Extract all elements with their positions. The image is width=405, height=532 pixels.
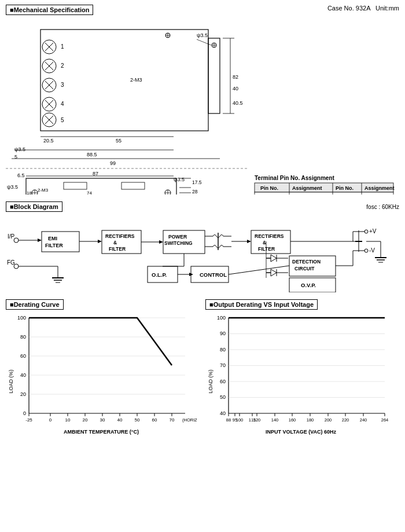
svg-text:Pin No.: Pin No. <box>260 185 278 191</box>
svg-text:ψ3.5: ψ3.5 <box>14 146 25 152</box>
svg-text:FILTER: FILTER <box>258 246 275 252</box>
derating-chart-title: Derating Curve <box>6 299 64 310</box>
svg-text:50: 50 <box>220 394 226 400</box>
svg-text:20: 20 <box>20 391 26 397</box>
svg-text:Pin No.: Pin No. <box>336 185 354 191</box>
svg-rect-110 <box>42 232 79 252</box>
svg-text:6.5: 6.5 <box>17 173 25 178</box>
svg-text:&: & <box>113 240 117 245</box>
svg-text:ψ3.5: ψ3.5 <box>197 32 208 38</box>
svg-text:100: 100 <box>236 417 244 423</box>
svg-text:Assignment: Assignment <box>365 185 395 191</box>
svg-text:140: 140 <box>271 417 279 423</box>
block-diagram-section: Block Diagram fosc : 60KHz I/P FG EMI FI… <box>6 201 399 293</box>
svg-text:Assignment: Assignment <box>292 185 322 191</box>
svg-marker-114 <box>98 240 102 243</box>
svg-text:82: 82 <box>233 74 238 80</box>
svg-text:Terminal Pin No. Assignment: Terminal Pin No. Assignment <box>255 175 334 181</box>
svg-text:70: 70 <box>170 417 175 423</box>
svg-text:2-M3: 2-M3 <box>130 77 142 83</box>
svg-text:20: 20 <box>83 417 88 423</box>
svg-rect-70 <box>64 182 87 189</box>
svg-text:40: 40 <box>220 410 226 416</box>
svg-text:240: 240 <box>360 417 367 423</box>
svg-text:60: 60 <box>152 417 157 423</box>
derating-section: Derating Curve LOAD (%) <box>6 299 399 438</box>
fosc-label: fosc : 60KHz <box>366 204 399 210</box>
svg-rect-0 <box>41 30 208 131</box>
mechanical-drawing: 1 2 3 4 5 ψ3.5 20.5 <box>6 15 399 196</box>
svg-text:1: 1 <box>61 43 64 50</box>
svg-rect-24 <box>208 38 220 113</box>
svg-text:180: 180 <box>307 417 314 423</box>
case-info: Case No. 932A Unit:mm <box>327 5 399 12</box>
svg-text:INPUT VOLTAGE (VAC) 60Hz: INPUT VOLTAGE (VAC) 60Hz <box>266 429 337 435</box>
page: Mechanical Specification Case No. 932A U… <box>0 0 405 442</box>
svg-marker-109 <box>38 239 42 242</box>
svg-text:EMI: EMI <box>48 236 57 241</box>
svg-text:28: 28 <box>192 189 198 195</box>
svg-text:5: 5 <box>14 154 17 160</box>
svg-text:RECTIFIERS: RECTIFIERS <box>105 233 135 239</box>
svg-text:FG: FG <box>7 259 15 266</box>
svg-text:-V: -V <box>369 247 375 254</box>
svg-text:70: 70 <box>220 362 226 368</box>
svg-text:40: 40 <box>233 86 238 91</box>
mechanical-title: Mechanical Specification <box>6 5 93 15</box>
svg-text:74: 74 <box>87 190 92 195</box>
block-diagram-title: Block Diagram <box>6 201 62 212</box>
derating-chart-area: LOAD (%) 10 <box>6 312 200 438</box>
svg-text:AC/L: AC/L <box>293 194 305 195</box>
svg-text:90: 90 <box>220 331 226 336</box>
mech-svg: 1 2 3 4 5 ψ3.5 20.5 <box>6 15 399 195</box>
svg-text:ψ3.5: ψ3.5 <box>174 177 185 182</box>
svg-text:(HORIZONTAL): (HORIZONTAL) <box>182 417 197 423</box>
svg-text:FILTER: FILTER <box>45 243 63 248</box>
svg-text:1: 1 <box>267 194 270 195</box>
derating-svg: LOAD (%) 10 <box>6 312 197 436</box>
svg-text:4: 4 <box>61 101 64 107</box>
svg-text:20.5: 20.5 <box>43 138 54 144</box>
svg-text:40: 40 <box>117 417 123 423</box>
svg-text:80: 80 <box>220 347 226 353</box>
svg-text:AMBIENT TEMPERATURE (°C): AMBIENT TEMPERATURE (°C) <box>64 429 139 435</box>
svg-text:DETECTION: DETECTION <box>292 259 321 265</box>
svg-text:I/P: I/P <box>8 233 15 240</box>
svg-rect-71 <box>122 182 145 189</box>
output-derating-title: Output Derating VS Input Voltage <box>205 299 318 310</box>
svg-text:FILTER: FILTER <box>109 246 126 252</box>
svg-text:60: 60 <box>220 379 226 384</box>
svg-text:88.5: 88.5 <box>87 152 97 157</box>
svg-text:&: & <box>263 240 266 245</box>
svg-text:DC OUTPUT -V: DC OUTPUT -V <box>363 194 399 195</box>
output-derating-svg: LOAD (%) <box>205 312 396 436</box>
svg-text:ψ3.5: ψ3.5 <box>7 184 18 190</box>
svg-text:88: 88 <box>226 417 231 423</box>
svg-text:CONTROL: CONTROL <box>200 271 227 278</box>
svg-text:40: 40 <box>20 372 26 378</box>
svg-text:O.V.P.: O.V.P. <box>301 282 316 288</box>
svg-text:220: 220 <box>342 417 349 423</box>
svg-point-138 <box>365 230 368 233</box>
output-derating-chart-area: LOAD (%) <box>205 312 399 438</box>
svg-text:100: 100 <box>217 315 226 321</box>
svg-text:0: 0 <box>49 417 52 423</box>
svg-marker-120 <box>159 240 163 244</box>
svg-text:160: 160 <box>289 417 296 423</box>
svg-text:RECTIFIERS: RECTIFIERS <box>255 233 284 239</box>
svg-text:80: 80 <box>20 334 26 340</box>
svg-text:5: 5 <box>61 117 64 123</box>
svg-text:4: 4 <box>337 194 340 195</box>
derating-chart: Derating Curve LOAD (%) <box>6 299 200 438</box>
svg-marker-130 <box>247 240 251 243</box>
svg-text:+V: +V <box>369 228 377 234</box>
svg-line-29 <box>197 39 211 45</box>
svg-marker-152 <box>271 269 277 276</box>
svg-text:-25: -25 <box>25 417 32 423</box>
svg-marker-148 <box>271 255 277 262</box>
svg-text:LOAD (%): LOAD (%) <box>208 369 213 393</box>
svg-text:3: 3 <box>61 82 64 88</box>
svg-text:10: 10 <box>65 417 71 423</box>
svg-text:POWER: POWER <box>168 234 187 240</box>
svg-text:SWITCHING: SWITCHING <box>164 240 193 246</box>
